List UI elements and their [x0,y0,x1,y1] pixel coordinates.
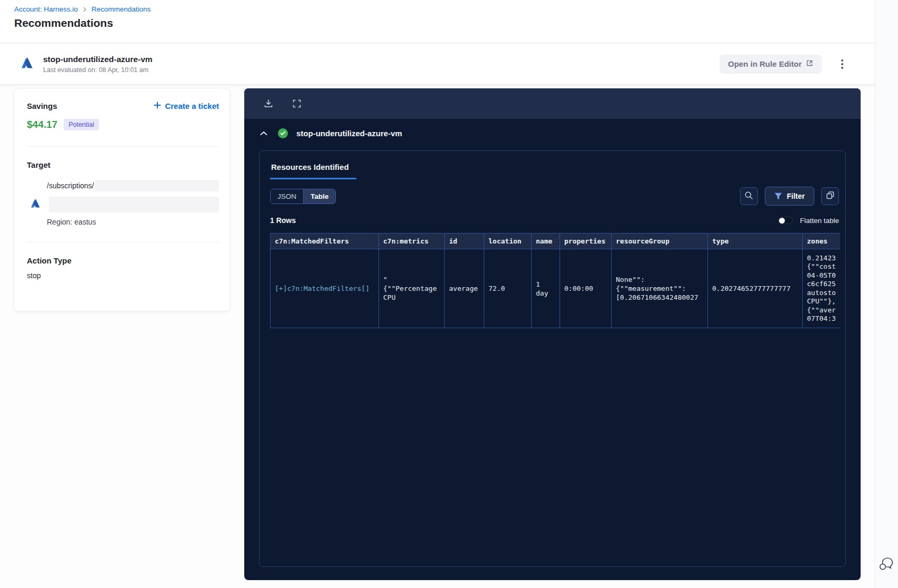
panel-rule-name: stop-underutilized-azure-vm [296,129,402,138]
tab-resources-identified[interactable]: Resources Identified [270,158,356,179]
more-options-menu-button[interactable] [836,56,849,73]
recommendation-title-block: stop-underutilized-azure-vm Last evaluat… [43,55,153,74]
last-evaluated-text: Last evaluated on: 08 Apr, 10:01 am [43,66,153,74]
open-in-rule-editor-button[interactable]: Open in Rule Editor [720,55,822,74]
cell-location: 72.0 [484,249,532,328]
action-type-value: stop [27,271,219,280]
cell-type: 0.20274652777777777 [708,249,803,328]
panel-toolbar [244,88,861,119]
target-path: /subscriptions/ [47,181,94,190]
top-section: Account: Harness.io Recommendations Reco… [0,0,898,43]
cell-name: 1 day [532,249,560,328]
col-header-zones[interactable]: zones [803,234,841,249]
success-check-icon [278,128,288,138]
breadcrumb: Account: Harness.io Recommendations [14,5,151,13]
table-header-row: c7n:MatchedFilters c7n:metrics id locati… [271,234,841,249]
cell-zones: 0.21423 {""cost 04-05T0 c6cf625 autosto … [803,249,841,328]
recommendation-name: stop-underutilized-azure-vm [43,55,153,64]
redacted-target-path [95,180,219,191]
cell-id: average [445,249,484,328]
divider [27,146,219,147]
create-ticket-label: Create a ticket [165,102,219,110]
download-button[interactable] [261,96,276,111]
panel-title-row: stop-underutilized-azure-vm [244,119,861,147]
search-icon [744,191,753,201]
external-link-icon [806,59,813,68]
collapse-chevron-up-icon[interactable] [258,129,270,138]
flatten-table-toggle[interactable] [778,217,793,224]
redacted-target-name [49,197,219,212]
azure-target-icon [29,197,42,212]
resources-container: Resources Identified JSON Table [259,150,846,567]
create-ticket-button[interactable]: Create a ticket [154,102,219,110]
col-header-resource-group[interactable]: resourceGroup [612,234,708,249]
breadcrumb-current-link[interactable]: Recommendations [92,5,151,13]
chevron-right-icon [82,7,87,12]
chat-support-button[interactable] [877,554,895,572]
results-panel: stop-underutilized-azure-vm Resources Id… [244,88,861,580]
cell-matched-filters-expand[interactable]: [+]c7n:MatchedFilters[] [271,249,379,328]
cell-metrics: " {""Percentage CPU [379,249,445,328]
filter-label: Filter [787,192,805,200]
flatten-table-label: Flatten table [800,217,839,225]
savings-amount: $44.17 [27,119,57,130]
view-table-button[interactable]: Table [303,189,335,204]
search-button[interactable] [740,187,758,205]
potential-badge: Potential [64,119,99,130]
table-row: [+]c7n:MatchedFilters[] " {""Percentage … [271,249,841,328]
col-header-id[interactable]: id [445,234,484,249]
recommendation-header: stop-underutilized-azure-vm Last evaluat… [0,44,898,85]
col-header-metrics[interactable]: c7n:metrics [379,234,445,249]
view-json-button[interactable]: JSON [271,189,303,204]
cell-resource-group: None"": {""measurement"": [0.20671066342… [612,249,708,328]
col-header-type[interactable]: type [708,234,803,249]
action-type-label: Action Type [27,256,219,265]
results-table: c7n:MatchedFilters c7n:metrics id locati… [270,233,840,328]
col-header-name[interactable]: name [532,234,560,249]
copy-icon [826,191,835,201]
col-header-location[interactable]: location [484,234,532,249]
plus-icon [154,102,161,110]
copy-button[interactable] [821,187,839,205]
azure-logo-icon [19,55,35,73]
funnel-icon [774,192,782,200]
col-header-matched-filters[interactable]: c7n:MatchedFilters [271,234,379,249]
rows-count: 1 Rows [270,216,296,225]
divider [27,242,219,242]
col-header-properties[interactable]: properties [560,234,612,249]
filter-button[interactable]: Filter [765,187,814,206]
open-in-rule-editor-label: Open in Rule Editor [728,59,802,68]
recommendations-page: Account: Harness.io Recommendations Reco… [0,0,898,588]
fullscreen-button[interactable] [290,96,304,111]
savings-label: Savings [27,102,57,110]
view-mode-toggle: JSON Table [270,189,336,204]
breadcrumb-account-link[interactable]: Account: Harness.io [14,5,78,13]
cell-properties: 0:00:00 [560,249,612,328]
region-text: Region: eastus [47,218,219,226]
target-label: Target [27,160,219,169]
chat-bubbles-icon [877,566,895,574]
right-gutter [875,0,898,588]
savings-card: Savings Create a ticket $44.17 Potential… [14,88,230,311]
page-title: Recommendations [14,17,113,29]
results-table-viewport[interactable]: c7n:MatchedFilters c7n:metrics id locati… [270,233,840,328]
